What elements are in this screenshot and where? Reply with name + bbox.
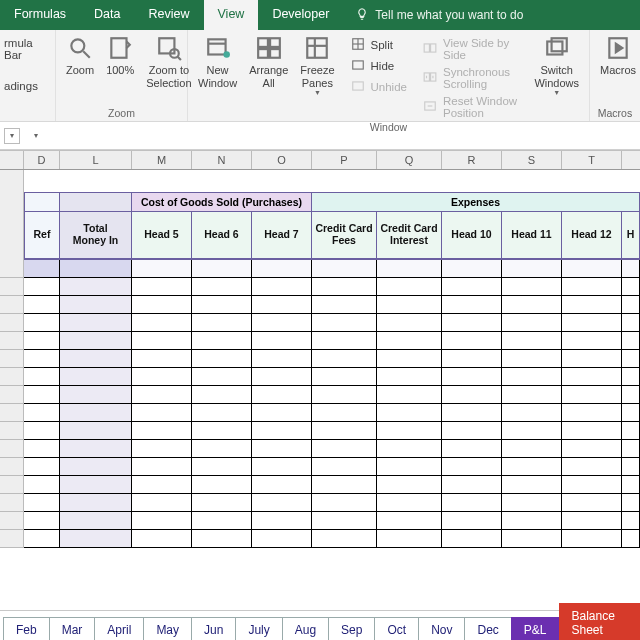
sheet-tab-balance-sheet[interactable]: Balance Sheet (559, 603, 640, 640)
row-header[interactable] (0, 296, 24, 314)
table-row[interactable] (0, 494, 640, 512)
column-header[interactable]: M (132, 151, 192, 169)
row-header[interactable] (0, 212, 24, 260)
column-header[interactable]: T (562, 151, 622, 169)
sheet-tab-feb[interactable]: Feb (3, 617, 50, 640)
svg-rect-12 (270, 49, 280, 58)
svg-rect-22 (431, 43, 436, 51)
arrange-all-button[interactable]: Arrange All (243, 32, 294, 91)
row-header[interactable] (0, 404, 24, 422)
ribbon-tab-formulas[interactable]: Formulas (0, 0, 80, 30)
tell-me-label: Tell me what you want to do (375, 8, 523, 22)
sheet-tab-oct[interactable]: Oct (374, 617, 419, 640)
col-total-money-in: Total Money In (60, 212, 132, 260)
checkbox-formula-bar[interactable]: rmula Bar (0, 34, 51, 63)
data-rows[interactable] (0, 260, 640, 548)
new-window-button[interactable]: New Window (192, 32, 243, 91)
table-row[interactable] (0, 476, 640, 494)
freeze-panes-button[interactable]: Freeze Panes ▼ (294, 32, 340, 99)
tell-me-search[interactable]: Tell me what you want to do (343, 0, 535, 30)
select-all-corner[interactable] (0, 151, 24, 169)
column-header[interactable]: N (192, 151, 252, 169)
split-icon (351, 37, 365, 53)
zoom-to-selection-label: Zoom to Selection (146, 64, 191, 89)
style-dropdown[interactable]: ▾ (4, 128, 20, 144)
view-side-by-side-button: View Side by Side (419, 34, 522, 63)
split-button[interactable]: Split (347, 34, 411, 55)
table-row[interactable] (0, 332, 640, 350)
sheet-tab-pl[interactable]: P&L (511, 617, 560, 640)
row-header[interactable] (0, 368, 24, 386)
table-row[interactable] (0, 404, 640, 422)
row-header[interactable] (0, 170, 24, 192)
freeze-panes-icon (303, 34, 331, 62)
row-header[interactable] (0, 350, 24, 368)
table-row[interactable] (0, 422, 640, 440)
ribbon-tab-data[interactable]: Data (80, 0, 134, 30)
arrange-all-label: Arrange All (249, 64, 288, 89)
table-row[interactable] (0, 278, 640, 296)
sheet-tab-nov[interactable]: Nov (418, 617, 465, 640)
table-row[interactable] (0, 458, 640, 476)
row-header[interactable] (0, 386, 24, 404)
col-head5: Head 5 (132, 212, 192, 260)
sheet-tab-july[interactable]: July (235, 617, 282, 640)
sheet-tab-aug[interactable]: Aug (282, 617, 329, 640)
table-row[interactable] (0, 314, 640, 332)
new-window-icon (204, 34, 232, 62)
table-row[interactable] (0, 296, 640, 314)
split-label: Split (371, 39, 393, 51)
row-header[interactable] (0, 476, 24, 494)
svg-point-8 (223, 51, 230, 58)
column-header[interactable]: Q (377, 151, 442, 169)
checkbox-headings[interactable]: adings (0, 77, 42, 94)
column-header[interactable]: S (502, 151, 562, 169)
zoom-button[interactable]: Zoom (60, 32, 100, 79)
style-dropdown-2[interactable]: ▾ (28, 128, 44, 144)
table-row[interactable] (0, 440, 640, 458)
switch-windows-button[interactable]: Switch Windows ▼ (528, 32, 585, 99)
sheet-tab-jun[interactable]: Jun (191, 617, 236, 640)
table-row[interactable] (0, 368, 640, 386)
column-header[interactable]: D (24, 151, 60, 169)
column-header[interactable]: R (442, 151, 502, 169)
zoom-100-button[interactable]: 100% (100, 32, 140, 79)
sheet-tab-may[interactable]: May (143, 617, 192, 640)
row-header[interactable] (0, 260, 24, 278)
worksheet-grid[interactable]: Cost of Goods Sold (Purchases) Expenses … (0, 170, 640, 610)
ribbon-tab-view[interactable]: View (204, 0, 259, 30)
svg-rect-27 (551, 38, 566, 51)
row-header[interactable] (0, 458, 24, 476)
row-header[interactable] (0, 494, 24, 512)
table-row[interactable] (0, 260, 640, 278)
hide-icon (351, 58, 365, 74)
table-row[interactable] (0, 350, 640, 368)
macros-button[interactable]: Macros (594, 32, 640, 79)
row-header[interactable] (0, 530, 24, 548)
row-header[interactable] (0, 440, 24, 458)
reset-window-icon (423, 99, 437, 115)
arrange-all-icon (255, 34, 283, 62)
ribbon-tab-developer[interactable]: Developer (258, 0, 343, 30)
row-header[interactable] (0, 192, 24, 212)
sheet-tab-dec[interactable]: Dec (464, 617, 511, 640)
row-header[interactable] (0, 278, 24, 296)
table-row[interactable] (0, 530, 640, 548)
sheet-tab-mar[interactable]: Mar (49, 617, 96, 640)
sheet-tab-sep[interactable]: Sep (328, 617, 375, 640)
row-header[interactable] (0, 422, 24, 440)
column-header[interactable]: L (60, 151, 132, 169)
new-window-label: New Window (198, 64, 237, 89)
ribbon-tab-review[interactable]: Review (135, 0, 204, 30)
sheet-tab-april[interactable]: April (94, 617, 144, 640)
group-label-window: Window (192, 121, 585, 135)
headings-label: adings (4, 80, 38, 92)
column-header[interactable]: P (312, 151, 377, 169)
column-header[interactable]: O (252, 151, 312, 169)
row-header[interactable] (0, 314, 24, 332)
hide-button[interactable]: Hide (347, 55, 411, 76)
row-header[interactable] (0, 512, 24, 530)
table-row[interactable] (0, 386, 640, 404)
row-header[interactable] (0, 332, 24, 350)
table-row[interactable] (0, 512, 640, 530)
